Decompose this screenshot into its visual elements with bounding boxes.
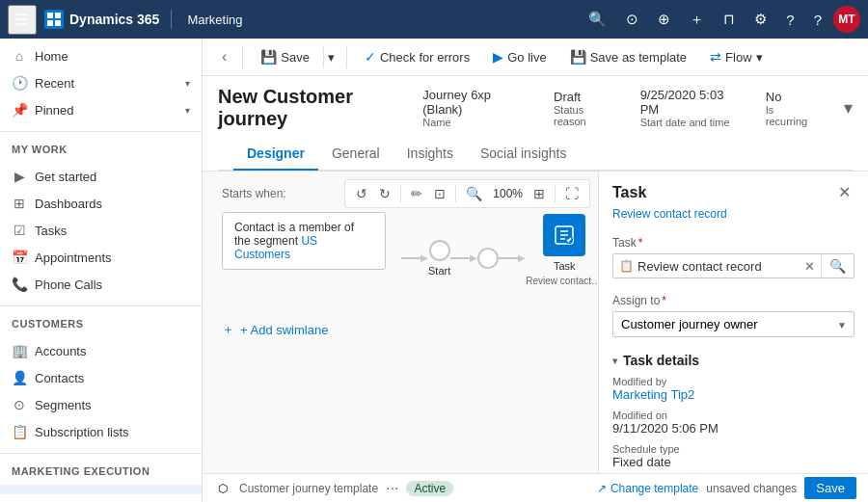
sidebar-item-dashboards[interactable]: ⊞ Dashboards xyxy=(0,190,202,217)
settings-nav-icon[interactable]: ⚙ xyxy=(746,5,774,34)
fit-button[interactable]: ⊡ xyxy=(429,183,450,204)
header-expand-button[interactable]: ▾ xyxy=(844,97,853,119)
modified-on-value: 9/11/2020 5:06 PM xyxy=(612,421,854,436)
meta-recurring-item: No Is recurring xyxy=(766,90,817,127)
bottom-save-button[interactable]: Save xyxy=(804,477,856,499)
get-started-icon: ▶ xyxy=(12,169,27,184)
save-as-template-button[interactable]: 💾 Save as template xyxy=(560,45,696,68)
meta-recurring-label: Is recurring xyxy=(766,104,817,127)
modified-by-value[interactable]: Marketing Tip2 xyxy=(612,387,854,402)
sidebar-item-appointments[interactable]: 📅 Appointments xyxy=(0,244,202,271)
assign-required-star: * xyxy=(662,294,666,307)
meta-name-label: Name xyxy=(422,117,530,128)
accounts-icon: 🏢 xyxy=(12,343,27,358)
assign-to-field-label: Assign to* xyxy=(612,294,854,307)
task-lookup-field[interactable]: 📋 Review contact record ✕ 🔍 xyxy=(612,253,854,278)
hamburger-menu[interactable]: ☰ xyxy=(8,5,37,35)
back-button[interactable]: ‹ xyxy=(214,44,234,69)
segments-icon: ⊙ xyxy=(12,397,27,412)
question-nav-icon[interactable]: ? xyxy=(778,6,801,34)
tab-insights[interactable]: Insights xyxy=(393,138,467,171)
filter-nav-icon[interactable]: ⊓ xyxy=(716,5,743,34)
save-icon: 💾 xyxy=(260,49,277,65)
save-button[interactable]: 💾 Save xyxy=(251,45,319,68)
subscription-lists-icon: 📋 xyxy=(12,424,27,439)
mid-node[interactable] xyxy=(477,248,499,269)
task-details-section-header[interactable]: ▾ Task details xyxy=(599,345,868,372)
flow-icon: ⇄ xyxy=(710,49,721,65)
fullscreen-button[interactable]: ⛶ xyxy=(560,183,583,204)
status-bar-expand-button[interactable]: ⬡ xyxy=(214,480,231,497)
zoom-level: 100% xyxy=(489,187,527,200)
user-avatar[interactable]: MT xyxy=(833,6,860,33)
dynamics-logo-text: Dynamics 365 xyxy=(69,12,159,27)
panel-close-button[interactable]: ✕ xyxy=(834,181,854,203)
sidebar-item-get-started[interactable]: ▶ Get started xyxy=(0,163,202,190)
sidebar-home-label: Home xyxy=(35,49,190,64)
meta-name-value: Journey 6xp (Blank) xyxy=(422,88,530,117)
task-lookup-search-button[interactable]: 🔍 xyxy=(821,254,854,277)
page-meta: Journey 6xp (Blank) Name Draft Status re… xyxy=(422,88,853,128)
zoom-out-button[interactable]: 🔍 xyxy=(461,183,487,204)
check-nav-icon[interactable]: ⊙ xyxy=(618,5,646,34)
sidebar-item-tasks[interactable]: ☑ Tasks xyxy=(0,217,202,244)
journey-canvas-wrapper: ↺ ↻ ✏ ⊡ 🔍 100% ⊞ ⛶ xyxy=(203,172,598,473)
edit-mode-button[interactable]: ✏ xyxy=(406,183,427,204)
sidebar: ⌂ Home 🕐 Recent ▾ 📌 Pinned ▾ My Work xyxy=(0,39,203,502)
redo-button[interactable]: ↻ xyxy=(374,183,395,204)
app-logo: Dynamics 365 xyxy=(44,10,172,29)
save-dropdown-button[interactable]: ▾ xyxy=(323,46,339,68)
info-nav-icon[interactable]: ⊕ xyxy=(650,5,678,34)
meta-date-item: 9/25/2020 5:03 PM Start date and time xyxy=(640,88,743,128)
sidebar-item-contacts[interactable]: 👤 Contacts xyxy=(0,364,202,391)
sidebar-item-pinned[interactable]: 📌 Pinned ▾ xyxy=(0,96,202,123)
task-lookup-value: 📋 Review contact record xyxy=(613,255,799,277)
record-toolbar: ‹ 💾 Save ▾ ✓ Check for errors ▶ Go live … xyxy=(203,39,868,76)
nav-icon-group: 🔍 ⊙ ⊕ ＋ ⊓ ⚙ ? ? MT xyxy=(581,5,860,35)
phone-calls-label: Phone Calls xyxy=(35,277,190,292)
task-lookup-text: Review contact record xyxy=(637,259,762,274)
task-lookup-clear-button[interactable]: ✕ xyxy=(799,255,821,277)
search-nav-icon[interactable]: 🔍 xyxy=(581,5,614,34)
change-template-button[interactable]: ↗ Change template xyxy=(597,482,698,495)
sidebar-item-customer-journeys[interactable]: → Customer journeys xyxy=(0,485,202,494)
undo-button[interactable]: ↺ xyxy=(351,183,372,204)
assign-to-select[interactable]: Customer journey owner Contact owner Spe… xyxy=(612,311,854,337)
help-nav-icon[interactable]: ? xyxy=(806,6,829,34)
assign-to-select-wrapper: Customer journey owner Contact owner Spe… xyxy=(612,311,854,337)
tab-general[interactable]: General xyxy=(318,138,393,171)
review-contact-link[interactable]: Review contact record xyxy=(599,207,868,228)
dynamics-logo-icon xyxy=(44,10,64,29)
flow-button[interactable]: ⇄ Flow ▾ xyxy=(700,45,772,68)
tab-designer[interactable]: Designer xyxy=(233,138,318,171)
add-swimlane-button[interactable]: ＋ + Add swimlane xyxy=(222,321,328,338)
sidebar-item-recent[interactable]: 🕐 Recent ▾ xyxy=(0,69,202,96)
add-nav-icon[interactable]: ＋ xyxy=(682,5,712,35)
zoom-in-button[interactable]: ⊞ xyxy=(529,183,550,204)
get-started-label: Get started xyxy=(35,170,190,184)
marketing-execution-header: Marketing execution xyxy=(0,458,202,481)
go-live-button[interactable]: ▶ Go live xyxy=(483,45,556,68)
svg-rect-0 xyxy=(47,13,53,18)
add-swimlane-icon: ＋ xyxy=(222,321,234,338)
app-name-label: Marketing xyxy=(179,13,242,27)
customers-header: Customers xyxy=(0,310,202,333)
recent-icon: 🕐 xyxy=(12,75,27,91)
meta-status-value: Draft xyxy=(554,90,617,104)
task-node-label: Task xyxy=(554,260,576,272)
task-node[interactable]: Task Review contact re... xyxy=(526,214,598,286)
template-label: Customer journey template xyxy=(239,482,378,495)
active-status-badge: Active xyxy=(406,481,453,496)
top-navigation: ☰ Dynamics 365 Marketing 🔍 ⊙ ⊕ ＋ ⊓ ⚙ ? ?… xyxy=(0,0,868,39)
start-node[interactable]: Start xyxy=(428,240,450,277)
segments-label: Segments xyxy=(35,398,190,412)
panel-title: Task xyxy=(612,184,646,201)
sidebar-item-home[interactable]: ⌂ Home xyxy=(0,42,202,69)
sidebar-item-phone-calls[interactable]: 📞 Phone Calls xyxy=(0,271,202,298)
check-errors-button[interactable]: ✓ Check for errors xyxy=(355,45,479,68)
tab-social-insights[interactable]: Social insights xyxy=(467,138,581,171)
sidebar-item-subscription-lists[interactable]: 📋 Subscription lists xyxy=(0,418,202,445)
sidebar-item-segments[interactable]: ⊙ Segments xyxy=(0,391,202,418)
sidebar-item-accounts[interactable]: 🏢 Accounts xyxy=(0,337,202,364)
status-dots-button[interactable]: ··· xyxy=(386,480,398,497)
